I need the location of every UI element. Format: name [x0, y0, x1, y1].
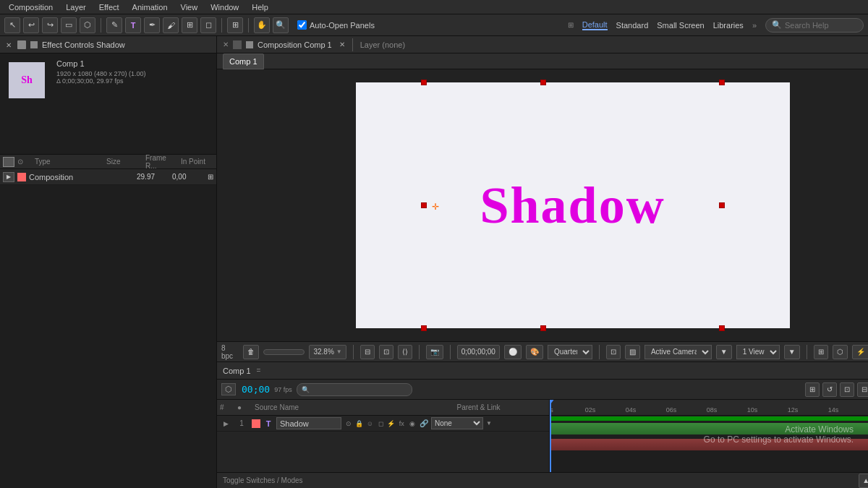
- full-screen-btn[interactable]: ⊡: [606, 345, 621, 359]
- vbar-sep1: [353, 345, 354, 359]
- timeline-tool3[interactable]: ⊡: [840, 382, 854, 397]
- layer-name-input-1[interactable]: [276, 417, 341, 429]
- switch-quality[interactable]: ⚡: [386, 419, 396, 429]
- comp-tab-close[interactable]: ✕: [339, 40, 345, 48]
- view-dropdown-btn[interactable]: ▼: [784, 345, 800, 359]
- menu-layer[interactable]: Layer: [60, 0, 92, 14]
- tool-text[interactable]: T: [125, 17, 141, 33]
- region-btn[interactable]: ⊡: [379, 345, 393, 359]
- layer-expand-btn[interactable]: ▶: [220, 419, 231, 429]
- tool-redo[interactable]: ↪: [42, 17, 58, 33]
- workspace-more[interactable]: »: [752, 21, 757, 30]
- timeline-time-display[interactable]: 00;00: [242, 384, 270, 395]
- menu-effect[interactable]: Effect: [93, 0, 125, 14]
- rgb-parade-btn[interactable]: 🎨: [526, 345, 543, 359]
- composition-row[interactable]: ▶ Composition 29.97 0,00 ⊞: [0, 169, 216, 185]
- panel-close-btn[interactable]: ✕: [6, 41, 13, 48]
- zoom-select-btn[interactable]: 32.8% ▼: [309, 345, 346, 359]
- track-row-2: [550, 437, 868, 453]
- tool-eraser[interactable]: ◻: [200, 17, 216, 33]
- color-manage-btn[interactable]: ⬡: [833, 345, 848, 359]
- tool-box[interactable]: ▭: [61, 17, 77, 33]
- workspace-standard[interactable]: Standard: [616, 21, 649, 30]
- time-display[interactable]: 0;00;00;00: [457, 345, 500, 359]
- fit-btn[interactable]: ⊟: [360, 345, 375, 359]
- timeline-tracks[interactable]: 0s 02s 04s 06s 08s 10s 12s 14s 16s 18s 2…: [550, 400, 868, 472]
- tool-pen[interactable]: ✒: [144, 17, 160, 33]
- footer-btn-up[interactable]: ▲: [859, 474, 868, 488]
- timeline-tool2[interactable]: ↺: [822, 382, 837, 397]
- handle-bl: [421, 325, 427, 331]
- main-layout: ✕ Effect Controls Shadow Sh Comp 1 1920 …: [0, 36, 868, 488]
- panel-menu-icon[interactable]: ✕: [223, 40, 229, 48]
- panel-lock-icon: [30, 41, 38, 48]
- menu-animation[interactable]: Animation: [127, 0, 174, 14]
- menu-help[interactable]: Help: [246, 0, 274, 14]
- dropdown-btn[interactable]: ▼: [716, 345, 732, 359]
- col-dot: ●: [237, 403, 252, 411]
- col-inpoint-header: In Point: [181, 158, 213, 166]
- switch-lock[interactable]: 🔒: [355, 419, 365, 429]
- expand-icon[interactable]: ▶: [3, 172, 14, 182]
- panel-lock-icon2: [246, 41, 253, 48]
- zoom-value: 32.8%: [313, 348, 333, 356]
- tool-brush[interactable]: ✎: [106, 17, 122, 33]
- switch-shy[interactable]: ☺: [365, 419, 375, 429]
- workspace-libraries[interactable]: Libraries: [713, 21, 744, 30]
- tool-select[interactable]: ↖: [4, 17, 20, 33]
- zoom-slider[interactable]: [263, 349, 305, 355]
- view-select[interactable]: 1 View: [736, 345, 780, 359]
- ruler-mark-10s: 10s: [747, 406, 758, 414]
- fast-preview-btn[interactable]: ⚡: [852, 345, 868, 359]
- parent-select-1[interactable]: None: [431, 417, 483, 429]
- ruler-mark-6s: 06s: [666, 406, 677, 414]
- col-type-header: Type: [35, 158, 103, 166]
- tab-sep: [352, 38, 353, 51]
- comp-duration: Δ 0;00;30;00, 29.97 fps: [56, 77, 146, 85]
- camera-select[interactable]: Active Camera: [644, 345, 712, 359]
- switch-effects[interactable]: fx: [397, 419, 407, 429]
- tool-undo[interactable]: ↩: [23, 17, 39, 33]
- layer-num-1: 1: [234, 419, 249, 427]
- search-magnify-icon: 🔍: [302, 386, 310, 393]
- render-btn[interactable]: ⊞: [814, 345, 828, 359]
- snapshot-btn[interactable]: 📷: [426, 345, 443, 359]
- switch-motion-blur[interactable]: ◉: [407, 419, 417, 429]
- tool-clone[interactable]: ⊞: [182, 17, 197, 33]
- workspace-small-screen[interactable]: Small Screen: [657, 21, 704, 30]
- color-picker-btn[interactable]: ⚪: [504, 345, 522, 359]
- auto-open-checkbox[interactable]: [297, 20, 307, 30]
- menu-view[interactable]: View: [175, 0, 204, 14]
- collapse-btn[interactable]: [3, 157, 14, 167]
- menu-composition[interactable]: Composition: [3, 0, 59, 14]
- transparency-btn[interactable]: ▨: [625, 345, 640, 359]
- tool-shape[interactable]: ⬡: [80, 17, 95, 33]
- trash-btn[interactable]: 🗑: [243, 345, 259, 359]
- track-row-1: [550, 421, 868, 437]
- shadow-text: Shadow: [480, 176, 665, 236]
- menu-window[interactable]: Window: [205, 0, 244, 14]
- layer-panel: # ● Source Name Parent & Link ▶ 1 T: [217, 400, 868, 472]
- tool-hand[interactable]: ✋: [254, 17, 270, 33]
- pixel-ratio-btn[interactable]: ⟨⟩: [398, 345, 412, 359]
- workspace-default[interactable]: Default: [582, 20, 608, 30]
- vbar-sep2: [419, 345, 420, 359]
- handle-tr: [719, 80, 725, 85]
- timeline-tool4[interactable]: ⊟: [857, 382, 868, 397]
- panels-arrow: ⊞: [568, 21, 574, 29]
- switch-collapse[interactable]: ◻: [376, 419, 386, 429]
- toolbar: ↖ ↩ ↪ ▭ ⬡ ✎ T ✒ 🖌 ⊞ ◻ ⊞ ✋ 🔍 Auto-Open Pa…: [0, 14, 868, 36]
- tool-paint[interactable]: 🖌: [163, 17, 179, 33]
- effect-controls-area: Sh Comp 1 1920 x 1080 (480 x 270) (1.00)…: [0, 53, 216, 155]
- comp-sub-tab[interactable]: Comp 1: [223, 53, 264, 69]
- tool-grid[interactable]: ⊞: [227, 17, 243, 33]
- tool-zoom[interactable]: 🔍: [273, 17, 289, 33]
- search-input[interactable]: [785, 21, 857, 30]
- comp-sub-tab-bar: Comp 1: [217, 53, 868, 69]
- vbar-sep4: [599, 345, 600, 359]
- timeline-tool1[interactable]: ⊞: [805, 382, 820, 397]
- quality-select[interactable]: Quarter: [548, 345, 592, 359]
- current-time: 0;00;00;00: [461, 348, 495, 356]
- playhead[interactable]: [550, 400, 551, 472]
- switch-solo[interactable]: ⊙: [344, 419, 354, 429]
